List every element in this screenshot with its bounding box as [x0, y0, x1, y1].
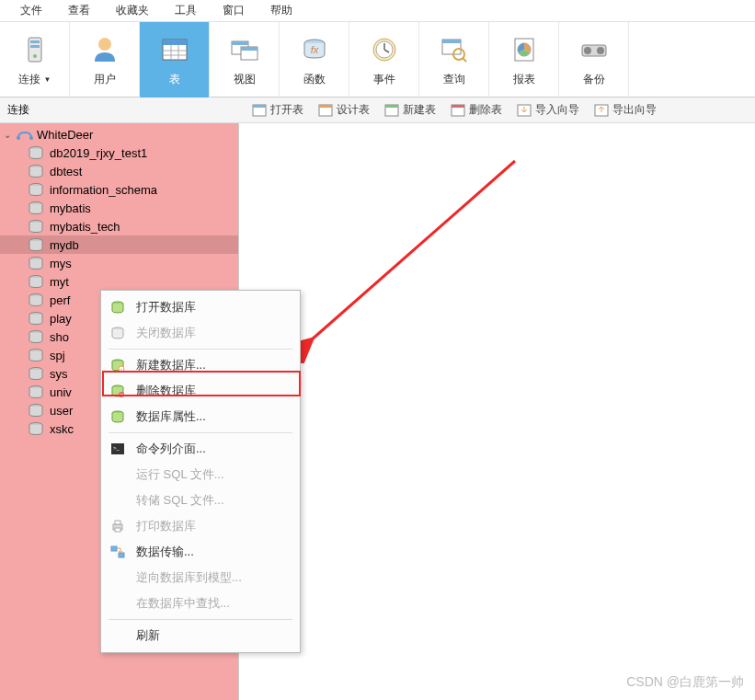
database-name: xskc: [50, 422, 74, 436]
sub-toolbar-label: 连接: [0, 102, 239, 118]
svg-rect-73: [119, 553, 124, 557]
context-menu-item[interactable]: 数据库属性...: [101, 404, 300, 430]
sub-export-wizard[interactable]: 导出向导: [589, 100, 662, 120]
toolbar-backup[interactable]: 备份: [559, 22, 629, 98]
watermark: CSDN @白鹿第一帅: [626, 674, 744, 691]
database-name: play: [50, 312, 72, 326]
export-icon: [594, 103, 609, 118]
db-new-icon: +: [109, 357, 127, 373]
toolbar-label: 表: [169, 72, 180, 87]
svg-point-41: [29, 136, 33, 140]
toolbar-connection[interactable]: 连接▼: [0, 22, 70, 98]
sub-delete-table[interactable]: 删除表: [445, 100, 508, 120]
toolbar-view[interactable]: 视图: [210, 22, 280, 98]
menu-help[interactable]: 帮助: [257, 3, 305, 18]
expand-icon[interactable]: ⌄: [4, 130, 17, 140]
sub-design-table[interactable]: 设计表: [313, 100, 375, 120]
context-menu-label: 打印数据库: [136, 518, 196, 534]
db-open-icon: [109, 299, 127, 316]
menu-view[interactable]: 查看: [55, 3, 103, 18]
menu-separator: [109, 619, 292, 620]
database-icon: [28, 201, 44, 215]
tree-database-node[interactable]: mydb: [0, 235, 238, 254]
context-menu-item[interactable]: 数据传输...: [101, 539, 300, 565]
toolbar-query[interactable]: 查询: [419, 22, 489, 98]
menu-window[interactable]: 窗口: [210, 3, 257, 18]
svg-rect-2: [30, 45, 40, 48]
context-menu-item: 打印数据库: [101, 513, 300, 539]
sub-open-table[interactable]: 打开表: [246, 100, 309, 120]
menu-separator: [109, 349, 292, 350]
svg-rect-6: [163, 40, 187, 45]
context-menu-item: 运行 SQL 文件...: [101, 462, 300, 488]
context-menu-item[interactable]: >_命令列介面...: [101, 436, 300, 462]
tree-database-node[interactable]: mys: [0, 254, 238, 272]
svg-rect-35: [385, 105, 398, 108]
svg-rect-1: [30, 40, 40, 43]
db-props-icon: [109, 408, 127, 425]
context-menu-label: 删除数据库: [136, 383, 196, 399]
database-icon: [28, 219, 44, 234]
tree-database-node[interactable]: dbtest: [0, 162, 238, 180]
svg-rect-33: [319, 105, 332, 108]
chevron-down-icon: ▼: [44, 75, 51, 84]
database-icon: [28, 384, 44, 399]
db-delete-icon: [109, 383, 127, 399]
context-menu-item[interactable]: 打开数据库: [101, 294, 300, 320]
tree-database-node[interactable]: db2019_rjxy_test1: [0, 143, 238, 162]
context-menu-label: 关闭数据库: [136, 325, 196, 341]
toolbar-event[interactable]: 事件: [349, 22, 419, 98]
database-icon: [28, 237, 44, 252]
menu-file[interactable]: 文件: [7, 3, 55, 18]
context-menu-item[interactable]: 刷新: [101, 623, 300, 648]
tree-database-node[interactable]: myt: [0, 272, 238, 291]
database-icon: [28, 256, 44, 270]
toolbar-user[interactable]: 用户: [70, 22, 140, 98]
content-pane: [239, 123, 755, 700]
database-icon: [28, 329, 44, 344]
event-icon: [368, 33, 401, 66]
context-menu-item[interactable]: +新建数据库...: [101, 352, 300, 378]
context-menu-label: 在数据库中查找...: [136, 595, 230, 612]
context-menu-label: 打开数据库: [136, 299, 196, 316]
database-name: perf: [50, 293, 70, 307]
table-delete-icon: [451, 103, 465, 118]
tree-connection-node[interactable]: ⌄ WhiteDeer: [0, 125, 238, 143]
svg-point-3: [33, 54, 37, 58]
toolbar-table[interactable]: 表: [140, 22, 210, 98]
context-menu-label: 刷新: [136, 627, 160, 644]
toolbar-report[interactable]: 报表: [489, 22, 559, 98]
sub-new-table[interactable]: 新建表: [379, 100, 441, 120]
toolbar-label: 函数: [303, 72, 326, 87]
toolbar-label: 用户: [94, 72, 116, 87]
db-close-icon: [109, 325, 127, 341]
console-icon: >_: [109, 441, 127, 457]
menu-favorites[interactable]: 收藏夹: [103, 3, 162, 18]
blank-icon: [109, 492, 127, 509]
tree-database-node[interactable]: information_schema: [0, 180, 238, 199]
database-name: mybatis: [50, 201, 91, 215]
svg-rect-14: [241, 47, 257, 51]
blank-icon: [109, 595, 127, 612]
toolbar-function[interactable]: fx 函数: [280, 22, 349, 98]
sub-import-wizard[interactable]: 导入向导: [511, 100, 585, 120]
context-menu-item[interactable]: 删除数据库: [101, 378, 300, 404]
svg-rect-37: [452, 105, 464, 108]
main-toolbar: 连接▼ 用户 表 视图 fx 函数 事件 查询: [0, 22, 755, 98]
database-name: mys: [50, 257, 72, 270]
toolbar-label: 报表: [513, 72, 535, 87]
report-icon: [508, 33, 541, 66]
menu-tools[interactable]: 工具: [162, 3, 210, 18]
menubar: 文件 查看 收藏夹 工具 窗口 帮助: [0, 0, 755, 22]
context-menu-label: 数据库属性...: [136, 408, 206, 425]
tree-database-node[interactable]: mybatis_tech: [0, 217, 238, 235]
import-icon: [517, 103, 532, 118]
svg-rect-72: [111, 546, 117, 551]
context-menu-item: 在数据库中查找...: [101, 591, 300, 616]
toolbar-label: 备份: [583, 72, 605, 87]
database-icon: [28, 403, 44, 418]
tree-database-node[interactable]: mybatis: [0, 199, 238, 217]
svg-point-28: [584, 47, 591, 54]
context-menu-label: 转储 SQL 文件...: [136, 492, 224, 509]
svg-rect-22: [442, 40, 461, 43]
